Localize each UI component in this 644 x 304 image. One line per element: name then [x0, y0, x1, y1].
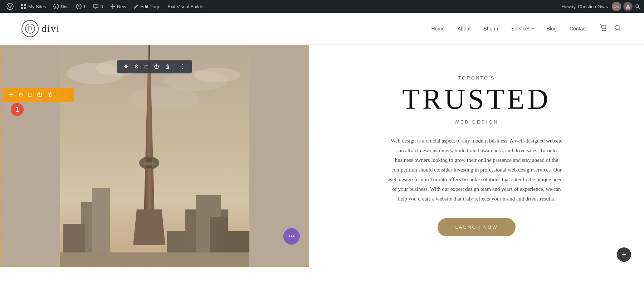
purple-float-button[interactable]: •••: [283, 228, 300, 245]
vb-row-toolbar: ✛ ⚙ □ ⏻ 🗑 ⋮: [3, 88, 74, 102]
img-sep: [175, 64, 175, 69]
row-number-badge: 1: [11, 103, 24, 116]
nav-services[interactable]: Services ▾: [506, 23, 539, 34]
nav-contact[interactable]: Contact: [565, 23, 592, 34]
site-logo[interactable]: D divi: [21, 20, 60, 37]
cn-tower-image: [0, 45, 309, 267]
cart-icon[interactable]: [598, 23, 608, 35]
svg-rect-3: [24, 4, 26, 6]
svg-point-14: [602, 30, 604, 31]
logo-circle: D: [21, 20, 39, 37]
image-column: ✥ ⚙ □ ⏻ 🗑 ⋮: [0, 45, 309, 267]
vb-layout-icon[interactable]: □: [27, 91, 33, 99]
services-chevron-icon: ▾: [532, 27, 534, 31]
admin-bar-right: Howdy, Christina Gwira CG: [561, 2, 640, 11]
admin-bar: W My Sites D Divi 1 0 New Edit Page Exit…: [0, 0, 644, 13]
page-wrapper: D divi Home About Shop ▾ Services ▾ Blog…: [0, 13, 644, 267]
vb-sep: [58, 92, 58, 98]
vb-toggle-icon[interactable]: ⏻: [35, 91, 44, 99]
shop-chevron-icon: ▾: [497, 27, 498, 31]
img-more-icon[interactable]: ⋮: [178, 63, 187, 71]
edit-page-menu[interactable]: Edit Page: [131, 3, 163, 11]
img-toggle-icon[interactable]: ⏻: [152, 63, 161, 71]
main-content: ✛ ⚙ □ ⏻ 🗑 ⋮ 1: [0, 45, 644, 267]
comments-menu[interactable]: 0: [90, 2, 106, 11]
img-layout-icon[interactable]: □: [143, 63, 150, 71]
nav-home[interactable]: Home: [426, 23, 449, 34]
img-delete-icon[interactable]: 🗑: [163, 63, 172, 71]
svg-rect-34: [143, 162, 155, 165]
svg-point-22: [194, 68, 240, 82]
vb-delete-icon[interactable]: 🗑: [46, 91, 55, 99]
hero-headline: TRUSTED: [402, 85, 551, 114]
search-icon[interactable]: [613, 23, 623, 35]
svg-rect-4: [21, 7, 23, 9]
svg-line-17: [619, 29, 621, 31]
nav-blog[interactable]: Blog: [542, 23, 562, 34]
admin-avatar[interactable]: CG: [612, 2, 621, 11]
wp-logo[interactable]: W: [4, 1, 16, 11]
nav-icons: [598, 23, 623, 35]
hero-subhead: WEB DESIGN: [454, 119, 498, 125]
new-menu[interactable]: New: [107, 3, 129, 11]
vb-more-icon[interactable]: ⋮: [61, 91, 69, 99]
img-settings-icon[interactable]: ⚙: [132, 63, 141, 71]
nav-about[interactable]: About: [453, 23, 476, 34]
svg-rect-33: [148, 45, 150, 57]
svg-rect-5: [24, 7, 26, 9]
svg-line-11: [638, 7, 640, 9]
updates-menu[interactable]: 1: [73, 2, 89, 11]
my-sites[interactable]: My Sites: [18, 2, 49, 11]
svg-text:D: D: [55, 5, 58, 9]
svg-marker-30: [133, 209, 165, 245]
image-module-toolbar: ✥ ⚙ □ ⏻ 🗑 ⋮: [117, 60, 192, 73]
text-column: TORONTO'S TRUSTED WEB DESIGN Web design …: [309, 45, 644, 267]
vb-add-icon[interactable]: ✛: [7, 91, 15, 99]
site-header: D divi Home About Shop ▾ Services ▾ Blog…: [0, 13, 644, 45]
svg-point-15: [605, 30, 606, 31]
svg-point-16: [615, 25, 619, 30]
svg-rect-38: [60, 252, 249, 267]
howdy-text: Howdy, Christina Gwira: [561, 4, 610, 9]
svg-text:D: D: [28, 25, 33, 32]
divi-menu[interactable]: D Divi: [50, 2, 72, 11]
search-toggle[interactable]: [635, 4, 640, 9]
svg-text:W: W: [8, 4, 12, 9]
svg-point-23: [128, 87, 199, 110]
dark-float-button[interactable]: +: [617, 247, 631, 262]
svg-point-10: [636, 5, 639, 8]
site-nav: Home About Shop ▾ Services ▾ Blog Contac…: [426, 23, 623, 35]
admin-avatar-img: [623, 2, 633, 11]
exit-builder-menu[interactable]: Exit Visual Builder: [165, 3, 208, 11]
svg-rect-2: [21, 4, 23, 6]
launch-button[interactable]: LAUNCH NOW: [438, 218, 516, 236]
img-move-icon[interactable]: ✥: [122, 63, 130, 71]
nav-shop[interactable]: Shop ▾: [478, 23, 503, 34]
hero-body: Web design is a crucial aspect of any mo…: [387, 136, 566, 204]
vb-settings-icon[interactable]: ⚙: [17, 91, 25, 99]
hero-eyebrow: TORONTO'S: [458, 75, 495, 81]
